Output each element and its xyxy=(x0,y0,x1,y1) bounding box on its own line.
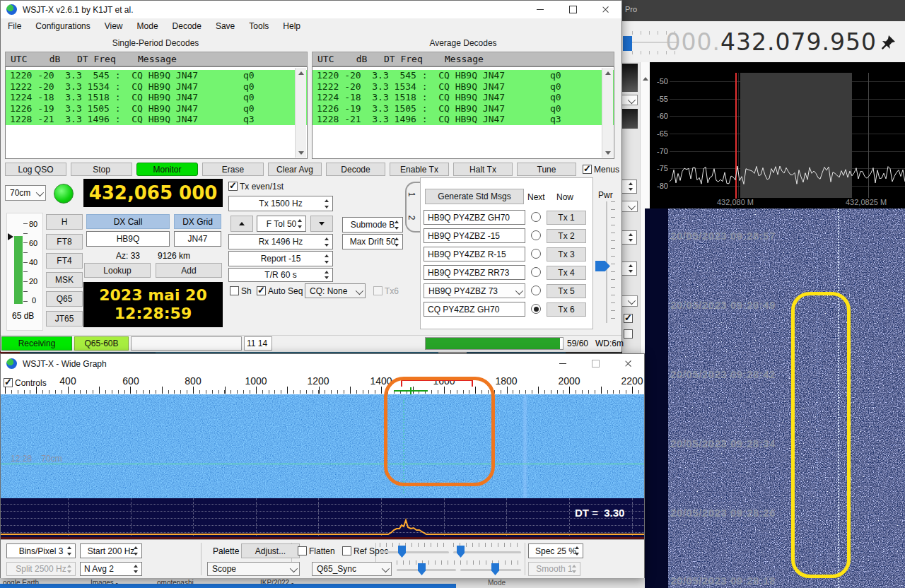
tx1-button[interactable]: Tx 1 xyxy=(547,211,586,225)
sidebar-combo-3[interactable] xyxy=(621,295,638,307)
mode-q65-button[interactable]: Q65 xyxy=(46,291,83,307)
menu-help[interactable]: Help xyxy=(276,21,308,31)
tx-down-button[interactable] xyxy=(310,216,333,232)
sdr-spectrum[interactable]: -50 -55 -60 -65 -70 -75 -80 432,080 M 43… xyxy=(650,62,905,208)
tx5-button[interactable]: Tx 5 xyxy=(547,284,586,298)
decode-row[interactable]: 1228 -21 3.3 1496 : CQ HB9Q JN47q3 xyxy=(6,114,307,125)
dx-call-header[interactable]: DX Call xyxy=(86,214,170,229)
n-avg-spinner[interactable]: N Avg 2 xyxy=(80,562,142,576)
flatten-checkbox[interactable] xyxy=(298,546,307,555)
tx2-next-radio[interactable] xyxy=(531,230,541,240)
tune-slider-handle[interactable] xyxy=(623,36,632,51)
decode-button[interactable]: Decode xyxy=(326,163,385,176)
tx-up-button[interactable] xyxy=(230,216,253,232)
rx-freq-spinner[interactable]: Rx 1496 Hz xyxy=(228,234,333,249)
enable-tx-button[interactable]: Enable Tx xyxy=(390,163,449,176)
tx6-checkbox[interactable] xyxy=(373,286,383,295)
waterfall[interactable]: 12:28 70cm xyxy=(1,394,644,498)
maximize-button[interactable] xyxy=(579,354,612,373)
split-spinner[interactable]: Split 2500 Hz xyxy=(6,562,76,576)
display-mode-select[interactable]: Scope xyxy=(207,562,300,576)
auto-seq-checkbox[interactable] xyxy=(257,286,266,295)
tune-button[interactable]: Tune xyxy=(517,163,576,176)
menu-mode[interactable]: Mode xyxy=(130,21,165,31)
dx-call-input[interactable]: HB9Q xyxy=(86,231,170,247)
start-freq-spinner[interactable]: Start 200 Hz xyxy=(80,543,142,558)
clear-avg-button[interactable]: Clear Avg xyxy=(268,163,322,176)
minimize-button[interactable] xyxy=(524,1,556,18)
menus-checkbox[interactable] xyxy=(583,165,592,174)
pwr-slider-handle[interactable] xyxy=(595,261,610,271)
sidebar-checkbox-2[interactable] xyxy=(624,329,633,339)
smooth-spinner[interactable]: Smooth 1 xyxy=(528,562,580,576)
submode-spinner[interactable]: Submode B xyxy=(342,217,403,233)
title-bar[interactable]: WSJT-X v2.6.1 by K1JT et al. xyxy=(1,1,621,18)
tx3-next-radio[interactable] xyxy=(531,249,541,259)
sh-checkbox[interactable] xyxy=(230,286,239,295)
single-period-decode-list[interactable]: 1220 -20 3.3 545 : CQ HB9Q JN47q0 1222 -… xyxy=(5,66,308,159)
pin-icon[interactable] xyxy=(880,34,897,51)
decode-row[interactable]: 1224 -18 3.3 1518 : CQ HB9Q JN47q0 xyxy=(313,92,614,103)
dx-grid-header[interactable]: DX Grid xyxy=(174,214,221,229)
sidebar-block-2[interactable] xyxy=(621,109,638,129)
mode-h-button[interactable]: H xyxy=(46,214,83,230)
tab-1[interactable]: 1 xyxy=(405,182,421,207)
scrollbar[interactable] xyxy=(295,68,306,158)
scrollbar[interactable] xyxy=(602,68,613,158)
tx6-button[interactable]: Tx 6 xyxy=(547,302,586,317)
mode-ft8-button[interactable]: FT8 xyxy=(46,234,83,249)
decode-row[interactable]: 1226 -19 3.3 1505 : CQ HB9Q JN47q0 xyxy=(6,103,307,114)
lookup-button[interactable]: Lookup xyxy=(84,263,151,278)
tx1-message-input[interactable]: HB9Q PY4ZBZ GH70 xyxy=(424,210,525,225)
menu-configurations[interactable]: Configurations xyxy=(28,21,97,31)
mode-ft4-button[interactable]: FT4 xyxy=(46,253,83,269)
maximize-button[interactable] xyxy=(556,1,589,18)
halt-tx-button[interactable]: Halt Tx xyxy=(453,163,513,176)
tx-even-checkbox[interactable] xyxy=(228,182,238,191)
menu-save[interactable]: Save xyxy=(209,21,242,31)
tab-2[interactable]: 2 xyxy=(405,207,421,233)
tx4-message-input[interactable]: HB9Q PY4ZBZ RR73 xyxy=(424,265,525,280)
sidebar-checkbox-1[interactable] xyxy=(624,314,633,323)
generate-std-msgs-button[interactable]: Generate Std Msgs xyxy=(425,189,524,204)
tx5-next-radio[interactable] xyxy=(531,286,541,295)
tx5-message-select[interactable]: HB9Q PY4ZBZ 73 xyxy=(424,283,525,298)
spectrum-type-select[interactable]: Q65_Sync xyxy=(312,562,392,576)
report-spinner[interactable]: Report -15 xyxy=(228,251,333,266)
log-qso-button[interactable]: Log QSO xyxy=(5,163,66,176)
erase-button[interactable]: Erase xyxy=(202,163,264,176)
decode-row[interactable]: 1222 -20 3.3 1534 : CQ HB9Q JN47q0 xyxy=(313,81,614,93)
stop-button[interactable]: Stop xyxy=(71,163,132,176)
minimize-button[interactable] xyxy=(547,354,579,373)
monitor-button[interactable]: Monitor xyxy=(136,163,198,176)
tx2-button[interactable]: Tx 2 xyxy=(547,229,586,243)
tx4-next-radio[interactable] xyxy=(531,267,541,277)
decode-row[interactable]: 1220 -20 3.3 545 : CQ HB9Q JN47q0 xyxy=(313,70,614,81)
scroll-up-icon[interactable] xyxy=(643,65,648,78)
tx4-button[interactable]: Tx 4 xyxy=(547,266,586,280)
sidebar-spin-1[interactable] xyxy=(621,180,637,194)
mode-jt65-button[interactable]: JT65 xyxy=(46,311,83,327)
tx1-next-radio[interactable] xyxy=(531,212,541,222)
close-button[interactable] xyxy=(589,1,621,18)
sidebar-combo-1[interactable] xyxy=(621,95,638,105)
ref-spec-checkbox[interactable] xyxy=(342,546,351,555)
frequency-display[interactable]: 432,065 000 xyxy=(83,179,223,207)
dx-grid-input[interactable]: JN47 xyxy=(174,231,221,247)
sdr-waterfall[interactable]: 20/05/2023 09:28:57 20/05/2023 09:28:49 … xyxy=(645,208,905,588)
spec-zero-slider[interactable] xyxy=(460,560,521,576)
decode-row[interactable]: 1228 -21 3.3 1496 : CQ HB9Q JN47q3 xyxy=(313,114,614,125)
band-select[interactable]: 70cm xyxy=(5,185,46,201)
sidebar-combo-2[interactable] xyxy=(621,201,638,212)
decode-row[interactable]: 1220 -20 3.3 545 : CQ HB9Q JN47q0 xyxy=(6,70,307,81)
spec-gain-slider[interactable] xyxy=(397,560,456,576)
cq-select[interactable]: CQ: None xyxy=(305,283,366,298)
menu-decode[interactable]: Decode xyxy=(165,21,209,31)
sidebar-spin-3[interactable] xyxy=(621,261,637,276)
spectrum-panel[interactable]: DT = 3.30 xyxy=(1,498,644,539)
waterfall-gain-slider[interactable] xyxy=(380,543,449,558)
decode-row[interactable]: 1224 -18 3.3 1518 : CQ HB9Q JN47q0 xyxy=(6,92,307,103)
tx6-message-input[interactable]: CQ PY4ZBZ GH70 xyxy=(424,302,525,317)
tx-freq-spinner[interactable]: Tx 1500 Hz xyxy=(228,196,333,211)
tx6-next-radio[interactable] xyxy=(531,304,541,314)
